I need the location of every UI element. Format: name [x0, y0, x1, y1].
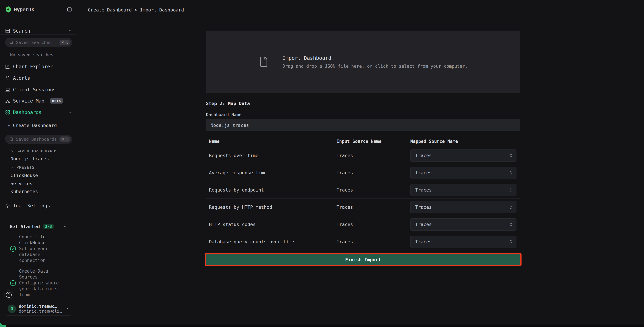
import-dropzone[interactable]: Import Dashboard Drag and drop a JSON fi… — [206, 30, 520, 93]
topbar: Create Dashboard > Import Dashboard — [76, 0, 644, 20]
sidebar-item-search[interactable]: Search — [5, 27, 72, 35]
presets-group-header[interactable]: PRESETS — [10, 165, 72, 170]
shortcut-badge: ⌘ K — [60, 136, 70, 142]
dashboard-name-input[interactable] — [206, 119, 520, 131]
dropzone-subtitle: Drag and drop a JSON file here, or click… — [282, 64, 468, 69]
finish-import-button[interactable]: Finish Import — [206, 254, 520, 265]
sidebar-item-label: Dashboards — [13, 110, 42, 115]
check-circle-icon — [10, 280, 16, 286]
get-started-header[interactable]: Get Started 3/3 — [10, 224, 68, 229]
sidebar-item-label: Search — [13, 28, 30, 34]
table-row: HTTP status codes Traces Traces — [206, 216, 520, 233]
chevron-down-icon — [10, 149, 14, 153]
action-highlight-box: Finish Import — [204, 253, 522, 266]
table-row: Database query counts over time Traces T… — [206, 233, 520, 250]
chevrons-up-down-icon — [510, 170, 512, 175]
shortcut-badge: ⌘ K — [60, 40, 70, 45]
chevrons-up-down-icon — [510, 188, 512, 192]
sidebar-item-client-sessions[interactable]: Client Sessions — [5, 86, 72, 94]
logo-row: HyperDX — [5, 6, 72, 13]
mapped-source-select[interactable]: Traces — [410, 167, 516, 179]
help-button[interactable]: ? — [4, 290, 13, 300]
sidebar-item-label: Team Settings — [13, 203, 50, 208]
laptop-icon — [5, 87, 10, 92]
chart-name: Database query counts over time — [209, 239, 336, 244]
get-started-item: Create Data Sources Configure where your… — [10, 268, 68, 298]
get-started-card: Get Started 3/3 Connect to ClickHouse Se… — [5, 220, 72, 300]
get-started-item: Connect to ClickHouse Set up your databa… — [10, 234, 68, 264]
app-window: HyperDX Search ⌘ K No saved sea — [0, 0, 644, 325]
chevrons-up-down-icon — [510, 153, 512, 158]
network-icon — [5, 98, 10, 103]
input-source: Traces — [336, 187, 410, 192]
file-icon — [258, 56, 269, 68]
sidebar-item-label: Client Sessions — [13, 87, 56, 92]
saved-dashboards-searchbox[interactable]: ⌘ K — [5, 134, 72, 144]
chart-name: Requests by endpoint — [209, 187, 336, 192]
chart-name: Average response time — [209, 170, 336, 175]
user-email: dominic.tran@cli… — [19, 309, 62, 314]
group-label: SAVED DASHBOARDS — [16, 149, 58, 153]
sidebar-preset-services[interactable]: Services — [10, 181, 72, 186]
user-menu[interactable]: D dominic.tran@c… dominic.tran@cli… — [5, 302, 72, 316]
sidebar-item-alerts[interactable]: Alerts — [5, 74, 72, 82]
gear-icon — [5, 203, 10, 208]
table-row: Average response time Traces Traces — [206, 164, 520, 182]
get-started-item-description: Set up your database connection — [19, 246, 65, 264]
sidebar-item-chart-explorer[interactable]: Chart Explorer — [5, 63, 72, 70]
mapped-source-select[interactable]: Traces — [410, 184, 516, 196]
app-title: HyperDX — [14, 6, 34, 12]
create-dashboard-button[interactable]: + Create Dashboard — [8, 123, 72, 128]
sidebar-item-label: Service Map — [13, 98, 44, 104]
search-section-icon — [5, 28, 10, 34]
panel-collapse-icon — [67, 7, 72, 12]
get-started-progress-badge: 3/3 — [42, 224, 54, 229]
sidebar-item-team-settings[interactable]: Team Settings — [5, 202, 72, 210]
sidebar-item-service-map[interactable]: Service Map BETA — [5, 97, 72, 104]
chart-name: Requests over time — [209, 153, 336, 158]
breadcrumb: Create Dashboard > Import Dashboard — [88, 7, 184, 12]
saved-searches-searchbox[interactable]: ⌘ K — [5, 38, 72, 47]
get-started-item-title: Create Data Sources — [19, 268, 65, 280]
sidebar-collapse-button[interactable] — [67, 7, 72, 12]
mapped-source-select[interactable]: Traces — [410, 236, 516, 248]
input-source: Traces — [336, 153, 410, 158]
sidebar-dashboard-nodejs-traces[interactable]: Node.js traces — [10, 156, 72, 161]
chart-line-icon — [5, 64, 10, 69]
table-row: Requests over time Traces Traces — [206, 147, 520, 164]
group-label: PRESETS — [16, 165, 35, 170]
select-value: Traces — [415, 204, 432, 210]
mapped-source-select[interactable]: Traces — [410, 218, 516, 230]
mapped-source-select[interactable]: Traces — [410, 150, 516, 162]
chart-name: Requests by HTTP method — [209, 204, 336, 210]
sidebar-item-label: Alerts — [13, 75, 30, 81]
user-name: dominic.tran@c… — [19, 304, 62, 309]
sidebar-preset-clickhouse[interactable]: ClickHouse — [10, 173, 72, 178]
check-circle-icon — [10, 246, 16, 252]
column-header: Name — [209, 139, 336, 144]
saved-dashboards-group-header[interactable]: SAVED DASHBOARDS — [10, 148, 72, 154]
saved-searches-input[interactable] — [16, 40, 57, 45]
saved-dashboards-input[interactable] — [16, 137, 57, 142]
table-header-row: Name Input Source Name Mapped Source Nam… — [206, 136, 520, 147]
mapped-source-select[interactable]: Traces — [410, 201, 516, 213]
select-value: Traces — [415, 170, 432, 175]
sidebar-preset-kubernetes[interactable]: Kubernetes — [10, 189, 72, 194]
divider — [0, 34, 76, 35]
sidebar-item-label: Chart Explorer — [13, 64, 53, 70]
chevron-up-icon — [68, 29, 72, 33]
table-row: Requests by HTTP method Traces Traces — [206, 199, 520, 216]
search-icon — [9, 40, 14, 45]
get-started-item-title: Connect to ClickHouse — [19, 234, 65, 246]
mapping-table: Name Input Source Name Mapped Source Nam… — [206, 136, 520, 250]
input-source: Traces — [336, 170, 410, 175]
chevrons-up-down-icon — [510, 239, 512, 244]
select-value: Traces — [415, 187, 432, 192]
hyperdx-logo-icon — [5, 6, 12, 13]
no-saved-searches-text: No saved searches — [10, 52, 72, 57]
input-source: Traces — [336, 222, 410, 227]
column-header: Mapped Source Name — [410, 139, 520, 144]
input-source: Traces — [336, 239, 410, 244]
sidebar-item-dashboards[interactable]: Dashboards — [5, 108, 72, 116]
select-value: Traces — [415, 153, 432, 158]
